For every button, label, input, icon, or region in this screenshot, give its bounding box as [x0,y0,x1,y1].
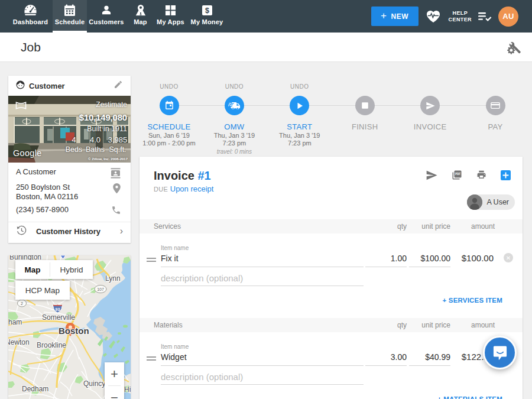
face-icon [16,80,25,92]
map-town-label: Dedham [22,385,48,393]
customer-card: Customer [8,76,131,243]
location-pin-icon [112,183,121,196]
dollar-icon: $ [202,4,213,17]
help-center-link[interactable]: HELPCENTER [449,10,472,23]
history-icon [16,225,27,238]
step-time: 7:23 pm [261,140,338,147]
step-label: PAY [457,122,532,131]
checklist-icon[interactable] [477,11,492,22]
nav-tab-label: Schedule [55,18,85,25]
map-card: 107 2 93 Burlington Lynn Somerville ham … [8,255,131,399]
service-item-qty-input[interactable]: 1.00 [365,254,407,267]
add-material-item-link[interactable]: + MATERIALS ITEM [437,395,502,399]
property-photo[interactable]: Zestimate $10,149,080 Built in 1911 4 Be… [8,96,131,163]
nav-tabs: Dashboard Schedule Customers Map My Apps… [8,0,228,33]
drag-handle-icon[interactable] [147,258,156,264]
customer-history-row[interactable]: Customer History › [8,222,131,242]
zestimate-value: $10,149,080 [79,112,127,122]
sqft-label: Sq.ft. [106,145,129,154]
hcp-map-button[interactable]: HCP Map [15,281,70,300]
map-town-label: Somerville [42,313,75,322]
nav-tab-customers[interactable]: Customers [87,0,126,33]
user-avatar[interactable]: AU [498,7,518,27]
new-button[interactable]: +NEW [371,7,419,26]
zoom-out-button[interactable]: − [105,386,124,399]
nav-right-actions: +NEW HELPCENTER AU [371,0,532,33]
invoice-card: Invoice #1 DUE Upon receipt PDF A User S… [140,157,523,399]
baths-value: 4.0 [84,135,106,144]
nav-tab-label: My Money [191,18,223,25]
invoice-header: Invoice #1 DUE Upon receipt PDF A User [140,157,523,219]
material-item-desc-input[interactable]: description (optional) [161,372,364,385]
print-icon[interactable] [476,170,486,180]
map-town-label: Hi [124,385,131,394]
delete-item-button[interactable]: ✕ [504,253,513,262]
assignee-chip[interactable]: A User [467,194,515,210]
zoom-in-button[interactable]: + [105,362,124,385]
page-title: Job [21,40,41,54]
job-stepper: UNDOSCHEDULESun, Jan 6 '191:00 pm - 2:00… [140,79,523,153]
step-circle-finish-icon[interactable] [355,96,375,115]
add-material-row: + MATERIALS ITEM [140,391,523,399]
service-item-name-input[interactable]: Fix it [161,254,364,267]
material-item-name-input[interactable]: Widget [161,353,364,366]
drag-handle-icon[interactable] [147,356,156,362]
dashboard-gauge-icon [24,4,37,17]
map-town-label: Newton [8,338,30,346]
customer-address-row[interactable]: 250 Boylston St Boston, MA 02116 [16,183,123,202]
services-section-header: Services qty unit price amount [140,219,523,233]
customer-name-row[interactable]: A Customer [16,167,123,177]
pdf-icon[interactable]: PDF [452,170,462,180]
service-item-row: Item name Fix it 1.00 $100.00 $100.00 ✕ … [140,233,523,293]
step-date: Thu, Jan 3 '19 [261,132,338,139]
nav-tab-schedule[interactable]: Schedule [53,0,87,33]
step-circle-omw-icon[interactable] [225,96,244,115]
step-circle-start-icon[interactable] [290,96,309,115]
chat-bubble-button[interactable] [483,336,517,369]
step-circle-invoice-icon[interactable] [420,96,440,115]
nav-tab-my-apps[interactable]: My Apps [155,0,186,33]
step-circle-pay-icon[interactable] [486,96,505,115]
nav-tab-dashboard[interactable]: Dashboard [8,0,53,33]
customer-card-title: Customer [29,82,65,90]
step-circle-schedule-icon[interactable] [160,96,179,115]
nav-tab-map[interactable]: Map [126,0,155,33]
edit-pencil-icon[interactable] [113,80,123,92]
built-year: Built in 1911 [87,125,127,133]
material-item-qty-input[interactable]: 3.00 [365,353,407,366]
health-heart-icon[interactable] [426,9,441,24]
phone-icon [111,205,121,218]
nav-tab-label: My Apps [157,18,184,25]
invoice-due: DUE Upon receipt [154,184,213,193]
svg-text:2: 2 [21,301,23,306]
baths-label: Baths [84,145,106,154]
svg-text:PDF: PDF [455,173,460,176]
add-invoice-icon[interactable] [501,170,511,180]
add-service-item-link[interactable]: + SERVICES ITEM [442,297,502,304]
job-tools-icon[interactable] [507,40,521,54]
contact-card-icon [110,167,121,181]
map-pin-icon [134,4,147,17]
map-type-map-button[interactable]: Map [15,260,50,279]
sqft-value: 3,985 [106,135,129,144]
send-icon[interactable] [426,170,437,180]
invoice-number[interactable]: #1 [197,169,210,182]
beds-label: Beds [63,145,85,154]
map-type-hybrid-button[interactable]: Hybrid [50,260,93,279]
customer-card-header: Customer [8,76,131,96]
step-pay: PAY [457,79,532,131]
chevron-right-icon: › [120,226,123,236]
map-town-label: Lynn [105,274,121,283]
due-value-link[interactable]: Upon receipt [170,184,214,193]
step-travel: travel: 0 mins [196,148,273,155]
nav-tab-label: Customers [89,18,124,25]
svg-text:93: 93 [56,307,60,312]
service-item-desc-input[interactable]: description (optional) [161,274,364,286]
x-icon: ✕ [506,255,511,261]
material-item-row: Item name Widget 3.00 $40.99 $122.97 ✕ d… [140,332,523,391]
assignee-avatar [467,194,482,210]
google-logo: Google [13,148,42,158]
customer-phone-row[interactable]: (234) 567-8900 [16,205,123,215]
svg-text:107: 107 [97,287,104,291]
nav-tab-my-money[interactable]: $ My Money [186,0,228,33]
